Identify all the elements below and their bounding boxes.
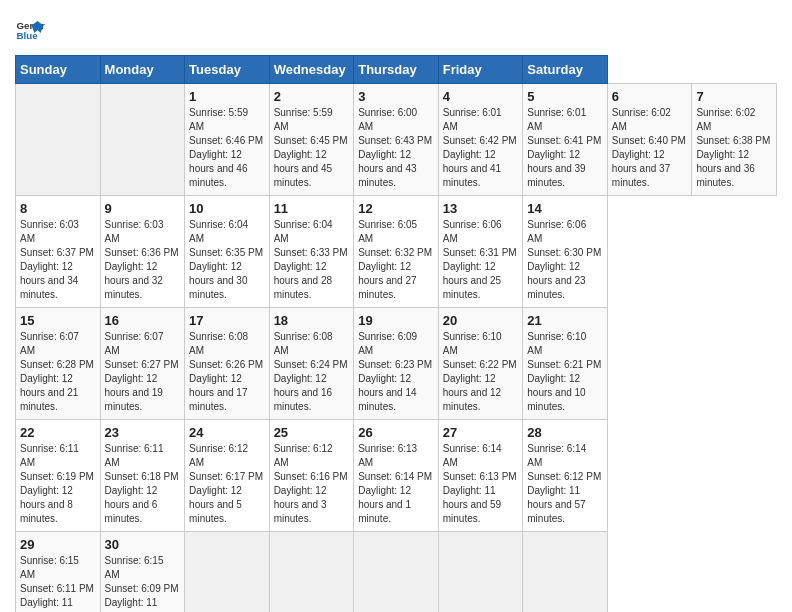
day-number: 7 bbox=[696, 89, 772, 104]
day-info: Sunrise: 6:15 AM Sunset: 6:09 PM Dayligh… bbox=[105, 554, 181, 612]
calendar-cell: 13 Sunrise: 6:06 AM Sunset: 6:31 PM Dayl… bbox=[438, 196, 523, 308]
calendar-cell bbox=[185, 532, 270, 613]
day-number: 1 bbox=[189, 89, 265, 104]
calendar-cell: 3 Sunrise: 6:00 AM Sunset: 6:43 PM Dayli… bbox=[354, 84, 439, 196]
day-info: Sunrise: 6:11 AM Sunset: 6:19 PM Dayligh… bbox=[20, 442, 96, 526]
day-number: 18 bbox=[274, 313, 350, 328]
calendar-cell: 5 Sunrise: 6:01 AM Sunset: 6:41 PM Dayli… bbox=[523, 84, 608, 196]
calendar-cell bbox=[438, 532, 523, 613]
day-info: Sunrise: 6:07 AM Sunset: 6:27 PM Dayligh… bbox=[105, 330, 181, 414]
day-info: Sunrise: 6:02 AM Sunset: 6:38 PM Dayligh… bbox=[696, 106, 772, 190]
calendar-cell: 11 Sunrise: 6:04 AM Sunset: 6:33 PM Dayl… bbox=[269, 196, 354, 308]
calendar-table: SundayMondayTuesdayWednesdayThursdayFrid… bbox=[15, 55, 777, 612]
calendar-cell bbox=[354, 532, 439, 613]
day-info: Sunrise: 6:07 AM Sunset: 6:28 PM Dayligh… bbox=[20, 330, 96, 414]
day-number: 30 bbox=[105, 537, 181, 552]
day-info: Sunrise: 6:12 AM Sunset: 6:16 PM Dayligh… bbox=[274, 442, 350, 526]
day-number: 19 bbox=[358, 313, 434, 328]
calendar-week-1: 1 Sunrise: 5:59 AM Sunset: 6:46 PM Dayli… bbox=[16, 84, 777, 196]
day-number: 26 bbox=[358, 425, 434, 440]
calendar-cell: 19 Sunrise: 6:09 AM Sunset: 6:23 PM Dayl… bbox=[354, 308, 439, 420]
day-number: 4 bbox=[443, 89, 519, 104]
day-info: Sunrise: 5:59 AM Sunset: 6:46 PM Dayligh… bbox=[189, 106, 265, 190]
day-number: 29 bbox=[20, 537, 96, 552]
day-number: 17 bbox=[189, 313, 265, 328]
calendar-cell: 26 Sunrise: 6:13 AM Sunset: 6:14 PM Dayl… bbox=[354, 420, 439, 532]
day-number: 16 bbox=[105, 313, 181, 328]
weekday-header-friday: Friday bbox=[438, 56, 523, 84]
calendar-cell: 4 Sunrise: 6:01 AM Sunset: 6:42 PM Dayli… bbox=[438, 84, 523, 196]
day-number: 3 bbox=[358, 89, 434, 104]
calendar-cell bbox=[269, 532, 354, 613]
calendar-cell: 16 Sunrise: 6:07 AM Sunset: 6:27 PM Dayl… bbox=[100, 308, 185, 420]
calendar-header: SundayMondayTuesdayWednesdayThursdayFrid… bbox=[16, 56, 777, 84]
calendar-week-5: 29 Sunrise: 6:15 AM Sunset: 6:11 PM Dayl… bbox=[16, 532, 777, 613]
day-info: Sunrise: 6:10 AM Sunset: 6:21 PM Dayligh… bbox=[527, 330, 603, 414]
day-info: Sunrise: 6:06 AM Sunset: 6:31 PM Dayligh… bbox=[443, 218, 519, 302]
calendar-cell: 22 Sunrise: 6:11 AM Sunset: 6:19 PM Dayl… bbox=[16, 420, 101, 532]
calendar-cell: 25 Sunrise: 6:12 AM Sunset: 6:16 PM Dayl… bbox=[269, 420, 354, 532]
day-info: Sunrise: 6:01 AM Sunset: 6:41 PM Dayligh… bbox=[527, 106, 603, 190]
day-number: 27 bbox=[443, 425, 519, 440]
day-info: Sunrise: 6:11 AM Sunset: 6:18 PM Dayligh… bbox=[105, 442, 181, 526]
day-info: Sunrise: 6:14 AM Sunset: 6:12 PM Dayligh… bbox=[527, 442, 603, 526]
calendar-cell: 23 Sunrise: 6:11 AM Sunset: 6:18 PM Dayl… bbox=[100, 420, 185, 532]
calendar-cell: 9 Sunrise: 6:03 AM Sunset: 6:36 PM Dayli… bbox=[100, 196, 185, 308]
day-number: 24 bbox=[189, 425, 265, 440]
day-info: Sunrise: 6:03 AM Sunset: 6:37 PM Dayligh… bbox=[20, 218, 96, 302]
day-number: 21 bbox=[527, 313, 603, 328]
day-number: 20 bbox=[443, 313, 519, 328]
day-number: 13 bbox=[443, 201, 519, 216]
page-header: General Blue bbox=[15, 15, 777, 45]
calendar-cell: 14 Sunrise: 6:06 AM Sunset: 6:30 PM Dayl… bbox=[523, 196, 608, 308]
day-number: 15 bbox=[20, 313, 96, 328]
calendar-cell bbox=[523, 532, 608, 613]
day-number: 28 bbox=[527, 425, 603, 440]
day-number: 10 bbox=[189, 201, 265, 216]
day-info: Sunrise: 6:10 AM Sunset: 6:22 PM Dayligh… bbox=[443, 330, 519, 414]
calendar-cell: 15 Sunrise: 6:07 AM Sunset: 6:28 PM Dayl… bbox=[16, 308, 101, 420]
calendar-cell bbox=[16, 84, 101, 196]
calendar-cell: 28 Sunrise: 6:14 AM Sunset: 6:12 PM Dayl… bbox=[523, 420, 608, 532]
day-number: 14 bbox=[527, 201, 603, 216]
day-number: 11 bbox=[274, 201, 350, 216]
calendar-cell: 30 Sunrise: 6:15 AM Sunset: 6:09 PM Dayl… bbox=[100, 532, 185, 613]
calendar-cell: 20 Sunrise: 6:10 AM Sunset: 6:22 PM Dayl… bbox=[438, 308, 523, 420]
day-info: Sunrise: 6:01 AM Sunset: 6:42 PM Dayligh… bbox=[443, 106, 519, 190]
day-info: Sunrise: 6:04 AM Sunset: 6:35 PM Dayligh… bbox=[189, 218, 265, 302]
day-info: Sunrise: 6:04 AM Sunset: 6:33 PM Dayligh… bbox=[274, 218, 350, 302]
calendar-cell: 17 Sunrise: 6:08 AM Sunset: 6:26 PM Dayl… bbox=[185, 308, 270, 420]
day-info: Sunrise: 6:02 AM Sunset: 6:40 PM Dayligh… bbox=[612, 106, 688, 190]
day-number: 8 bbox=[20, 201, 96, 216]
calendar-week-4: 22 Sunrise: 6:11 AM Sunset: 6:19 PM Dayl… bbox=[16, 420, 777, 532]
day-number: 9 bbox=[105, 201, 181, 216]
day-info: Sunrise: 6:09 AM Sunset: 6:23 PM Dayligh… bbox=[358, 330, 434, 414]
calendar-cell: 1 Sunrise: 5:59 AM Sunset: 6:46 PM Dayli… bbox=[185, 84, 270, 196]
day-number: 25 bbox=[274, 425, 350, 440]
day-info: Sunrise: 6:14 AM Sunset: 6:13 PM Dayligh… bbox=[443, 442, 519, 526]
day-info: Sunrise: 6:03 AM Sunset: 6:36 PM Dayligh… bbox=[105, 218, 181, 302]
calendar-week-2: 8 Sunrise: 6:03 AM Sunset: 6:37 PM Dayli… bbox=[16, 196, 777, 308]
logo: General Blue bbox=[15, 15, 49, 45]
calendar-cell: 24 Sunrise: 6:12 AM Sunset: 6:17 PM Dayl… bbox=[185, 420, 270, 532]
day-info: Sunrise: 6:13 AM Sunset: 6:14 PM Dayligh… bbox=[358, 442, 434, 526]
calendar-week-3: 15 Sunrise: 6:07 AM Sunset: 6:28 PM Dayl… bbox=[16, 308, 777, 420]
day-info: Sunrise: 6:00 AM Sunset: 6:43 PM Dayligh… bbox=[358, 106, 434, 190]
calendar-cell: 2 Sunrise: 5:59 AM Sunset: 6:45 PM Dayli… bbox=[269, 84, 354, 196]
day-number: 6 bbox=[612, 89, 688, 104]
calendar-cell: 21 Sunrise: 6:10 AM Sunset: 6:21 PM Dayl… bbox=[523, 308, 608, 420]
weekday-header-monday: Monday bbox=[100, 56, 185, 84]
day-number: 23 bbox=[105, 425, 181, 440]
day-number: 5 bbox=[527, 89, 603, 104]
weekday-header-sunday: Sunday bbox=[16, 56, 101, 84]
day-info: Sunrise: 6:08 AM Sunset: 6:26 PM Dayligh… bbox=[189, 330, 265, 414]
day-info: Sunrise: 5:59 AM Sunset: 6:45 PM Dayligh… bbox=[274, 106, 350, 190]
calendar-cell: 12 Sunrise: 6:05 AM Sunset: 6:32 PM Dayl… bbox=[354, 196, 439, 308]
day-info: Sunrise: 6:08 AM Sunset: 6:24 PM Dayligh… bbox=[274, 330, 350, 414]
day-number: 2 bbox=[274, 89, 350, 104]
calendar-cell: 29 Sunrise: 6:15 AM Sunset: 6:11 PM Dayl… bbox=[16, 532, 101, 613]
weekday-header-thursday: Thursday bbox=[354, 56, 439, 84]
calendar-cell: 27 Sunrise: 6:14 AM Sunset: 6:13 PM Dayl… bbox=[438, 420, 523, 532]
day-info: Sunrise: 6:06 AM Sunset: 6:30 PM Dayligh… bbox=[527, 218, 603, 302]
day-info: Sunrise: 6:12 AM Sunset: 6:17 PM Dayligh… bbox=[189, 442, 265, 526]
